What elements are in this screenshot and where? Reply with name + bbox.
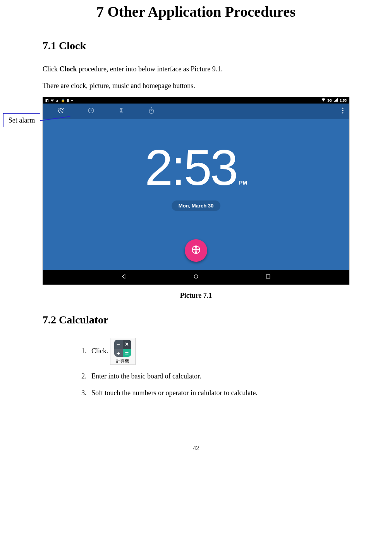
- overflow-menu[interactable]: [338, 107, 347, 116]
- world-clock-fab[interactable]: [185, 239, 207, 262]
- nav-home[interactable]: [193, 273, 199, 281]
- hourglass-icon: [117, 107, 125, 116]
- callout-set-alarm: Set alarm: [3, 113, 40, 127]
- time-display: 2:53: [145, 142, 237, 193]
- step-text: Enter into the basic board of calculator…: [91, 371, 201, 382]
- lock-icon: 🔒: [61, 98, 65, 102]
- chapter-title: 7 Other Application Procedures: [43, 3, 349, 20]
- stopwatch-icon: [148, 107, 155, 116]
- svg-point-3: [342, 107, 343, 109]
- text-fragment: Click: [43, 65, 60, 73]
- tab-clock[interactable]: [86, 107, 96, 116]
- clock-body: 2:53 PM Mon, March 30: [43, 119, 349, 270]
- svg-point-7: [194, 275, 198, 278]
- signal-icon: [334, 98, 338, 102]
- nav-recent[interactable]: [265, 273, 271, 281]
- step-text: Click.: [91, 346, 108, 356]
- wifi-icon: [322, 98, 325, 102]
- list-item: 3. Soft touch the numbers or operator in…: [81, 388, 349, 398]
- step-number: 2.: [81, 371, 91, 382]
- clock-app-tabs: [43, 104, 349, 119]
- sd-icon: ▮: [67, 98, 69, 102]
- debug-icon: ⌁: [71, 98, 73, 102]
- calculator-tile-icon: −× +=: [114, 340, 131, 357]
- paragraph-clock-1: Click Clock procedure, enter into below …: [43, 64, 349, 75]
- list-item: 2. Enter into the basic board of calcula…: [81, 371, 349, 382]
- svg-rect-8: [266, 275, 270, 278]
- section-title-clock: 7.1 Clock: [43, 40, 349, 52]
- clock-icon: [87, 107, 95, 116]
- clock-screenshot: ◧ Ψ ▲ 🔒 ▮ ⌁ 3G 2:53: [43, 97, 349, 285]
- more-vert-icon: [342, 107, 344, 115]
- ampm-label: PM: [239, 180, 247, 186]
- svg-point-4: [342, 110, 343, 111]
- paragraph-clock-2: There are clock, picture, music and home…: [43, 80, 349, 92]
- step-text: Soft touch the numbers or operator in ca…: [91, 388, 258, 398]
- step-number: 3.: [81, 388, 91, 398]
- calculator-steps-list: 1. Click. −× += 計算機 2. Enter into the ba…: [81, 338, 349, 399]
- status-time: 2:53: [340, 98, 347, 102]
- section-title-calculator: 7.2 Calculator: [43, 314, 349, 326]
- step-number: 1.: [81, 346, 91, 356]
- usb-icon: Ψ: [51, 98, 53, 102]
- page-number: 42: [43, 445, 349, 452]
- notification-icon: ◧: [45, 98, 49, 102]
- nav-back[interactable]: [121, 273, 127, 281]
- network-label: 3G: [327, 98, 332, 102]
- warning-icon: ▲: [55, 98, 59, 102]
- date-pill[interactable]: Mon, March 30: [172, 200, 220, 211]
- tab-alarm[interactable]: [56, 107, 65, 116]
- status-bar: ◧ Ψ ▲ 🔒 ▮ ⌁ 3G 2:53: [43, 97, 349, 104]
- figure-caption: Picture 7.1: [43, 292, 349, 300]
- calculator-app-icon: −× += 計算機: [110, 338, 136, 365]
- text-fragment: procedure, enter into below interface as…: [77, 65, 223, 73]
- alarm-icon: [57, 107, 65, 116]
- tab-stopwatch[interactable]: [147, 107, 156, 116]
- calculator-icon-label: 計算機: [116, 358, 129, 364]
- bold-text-clock: Clock: [60, 65, 77, 73]
- globe-icon: [191, 245, 201, 256]
- tab-timer[interactable]: [117, 107, 126, 116]
- svg-point-5: [342, 112, 343, 113]
- list-item: 1. Click. −× += 計算機: [81, 338, 349, 365]
- android-nav-bar: [43, 270, 349, 284]
